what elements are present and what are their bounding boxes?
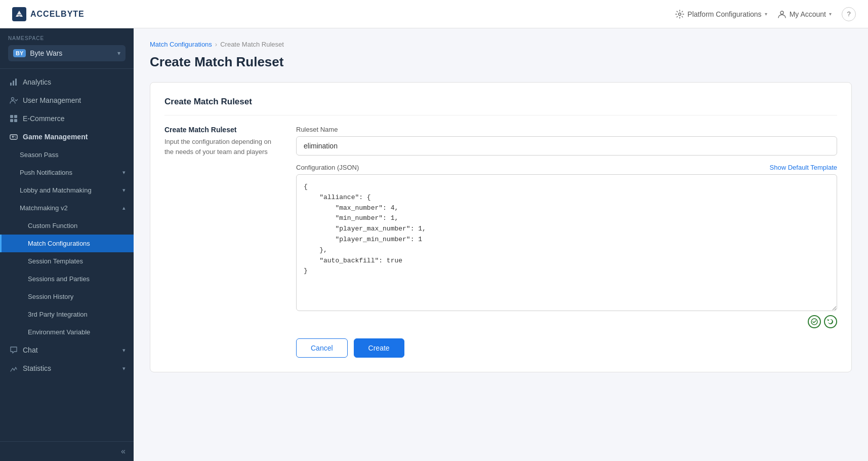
user-management-icon bbox=[10, 96, 18, 104]
namespace-section: NAMESPACE BY Byte Wars ▾ bbox=[0, 28, 134, 69]
sidebar-collapse-button[interactable]: « bbox=[0, 441, 134, 461]
sidebar-item-user-management[interactable]: User Management bbox=[0, 91, 134, 109]
chat-chevron: ▾ bbox=[122, 347, 126, 354]
sidebar-item-push-notifications[interactable]: Push Notifications ▾ bbox=[0, 164, 134, 181]
svg-rect-7 bbox=[14, 115, 17, 118]
sidebar-item-season-pass[interactable]: Season Pass bbox=[0, 146, 134, 164]
logo-area: ACCELBYTE bbox=[12, 7, 85, 21]
sidebar-item-game-management[interactable]: Game Management bbox=[0, 128, 134, 146]
logo-icon bbox=[12, 7, 26, 21]
sidebar-item-ecommerce[interactable]: E-Commerce bbox=[0, 109, 134, 128]
svg-point-0 bbox=[679, 13, 681, 15]
checkmark-icon bbox=[811, 318, 818, 325]
config-json-group: Configuration (JSON) Show Default Templa… bbox=[296, 164, 837, 328]
my-account-button[interactable]: My Account ▾ bbox=[777, 10, 832, 19]
statistics-icon bbox=[10, 364, 18, 372]
reset-icon bbox=[827, 318, 834, 325]
json-validate-button[interactable] bbox=[808, 315, 821, 328]
svg-point-1 bbox=[780, 11, 783, 14]
sidebar-item-sessions-parties[interactable]: Sessions and Parties bbox=[0, 270, 134, 288]
json-editor[interactable]: { "alliance": { "max_number": 4, "min_nu… bbox=[296, 174, 837, 311]
sidebar-item-chat[interactable]: Chat ▾ bbox=[0, 341, 134, 359]
user-icon bbox=[777, 10, 787, 19]
sidebar-label-custom-function: Custom Function bbox=[28, 222, 77, 229]
breadcrumb: Match Configurations › Create Match Rule… bbox=[150, 41, 852, 48]
collapse-icon: « bbox=[121, 447, 126, 456]
sidebar-label-env-variable: Environment Variable bbox=[28, 328, 90, 336]
description-title: Create Match Ruleset bbox=[164, 126, 276, 134]
sidebar-item-matchmaking-v2[interactable]: Matchmaking v2 ▴ bbox=[0, 199, 134, 217]
my-account-chevron: ▾ bbox=[829, 11, 832, 17]
sidebar-item-env-variable[interactable]: Environment Variable bbox=[0, 323, 134, 341]
ecommerce-icon bbox=[10, 114, 18, 123]
page-title: Create Match Ruleset bbox=[150, 54, 852, 70]
json-actions bbox=[296, 315, 837, 328]
sidebar-label-lobby-matchmaking: Lobby and Matchmaking bbox=[20, 186, 92, 194]
btn-row: Cancel Create bbox=[296, 338, 837, 358]
sidebar-item-match-configurations[interactable]: Match Configurations bbox=[0, 235, 134, 252]
sidebar-label-sessions-parties: Sessions and Parties bbox=[28, 275, 90, 283]
matchmaking-v2-chevron: ▴ bbox=[122, 205, 126, 211]
sidebar-label-matchmaking-v2: Matchmaking v2 bbox=[20, 204, 68, 212]
ruleset-name-label: Ruleset Name bbox=[296, 126, 837, 133]
namespace-badge: BY bbox=[13, 49, 26, 57]
platform-config-label: Platform Configurations bbox=[687, 10, 761, 18]
namespace-name: Byte Wars bbox=[30, 49, 113, 57]
sidebar-label-season-pass: Season Pass bbox=[20, 151, 59, 159]
logo-text: ACCELBYTE bbox=[30, 10, 85, 19]
sidebar-item-custom-function[interactable]: Custom Function bbox=[0, 217, 134, 235]
sidebar-label-ecommerce: E-Commerce bbox=[23, 114, 64, 123]
game-management-icon bbox=[10, 133, 18, 141]
sidebar-item-session-history[interactable]: Session History bbox=[0, 288, 134, 305]
nav-section: Analytics User Management E-C bbox=[0, 69, 134, 441]
content-area: Match Configurations › Create Match Rule… bbox=[134, 28, 868, 461]
svg-rect-3 bbox=[13, 81, 14, 86]
show-template-link[interactable]: Show Default Template bbox=[770, 164, 837, 171]
svg-rect-6 bbox=[10, 115, 13, 118]
form-fields: Ruleset Name Configuration (JSON) Show D… bbox=[296, 126, 837, 358]
sidebar-label-3rd-party: 3rd Party Integration bbox=[28, 311, 88, 318]
form-description: Create Match Ruleset Input the configura… bbox=[164, 126, 276, 358]
cancel-button[interactable]: Cancel bbox=[296, 338, 348, 358]
svg-rect-4 bbox=[15, 79, 17, 86]
help-button[interactable]: ? bbox=[842, 7, 856, 21]
analytics-icon bbox=[10, 78, 18, 86]
push-notifications-chevron: ▾ bbox=[122, 169, 126, 176]
platform-config-button[interactable]: Platform Configurations ▾ bbox=[675, 10, 767, 19]
svg-rect-2 bbox=[10, 83, 12, 86]
svg-point-11 bbox=[15, 136, 15, 137]
sidebar-item-3rd-party[interactable]: 3rd Party Integration bbox=[0, 305, 134, 323]
main-layout: NAMESPACE BY Byte Wars ▾ Analytics bbox=[0, 28, 868, 461]
sidebar-label-chat: Chat bbox=[23, 346, 38, 354]
description-text: Input the configuration depending on the… bbox=[164, 137, 276, 157]
ruleset-name-group: Ruleset Name bbox=[296, 126, 837, 156]
json-header: Configuration (JSON) Show Default Templa… bbox=[296, 164, 837, 171]
chat-icon bbox=[10, 346, 18, 354]
header-right: Platform Configurations ▾ My Account ▾ ? bbox=[675, 7, 856, 21]
breadcrumb-parent-link[interactable]: Match Configurations bbox=[150, 41, 212, 48]
sidebar-label-push-notifications: Push Notifications bbox=[20, 169, 72, 176]
sidebar-item-statistics[interactable]: Statistics ▾ bbox=[0, 359, 134, 377]
sidebar-item-analytics[interactable]: Analytics bbox=[0, 73, 134, 91]
create-button[interactable]: Create bbox=[354, 338, 404, 358]
sidebar-label-statistics: Statistics bbox=[23, 364, 51, 372]
namespace-label: NAMESPACE bbox=[8, 35, 126, 41]
create-match-ruleset-card: Create Match Ruleset Create Match Rulese… bbox=[150, 82, 852, 372]
ruleset-name-input[interactable] bbox=[296, 136, 837, 156]
breadcrumb-current: Create Match Ruleset bbox=[220, 41, 284, 48]
sidebar-label-session-history: Session History bbox=[28, 293, 73, 300]
svg-rect-8 bbox=[10, 119, 13, 122]
json-reset-button[interactable] bbox=[824, 315, 837, 328]
svg-rect-9 bbox=[14, 119, 17, 122]
namespace-selector[interactable]: BY Byte Wars ▾ bbox=[8, 45, 126, 61]
platform-config-chevron: ▾ bbox=[765, 11, 767, 17]
namespace-chevron: ▾ bbox=[117, 50, 120, 57]
gear-icon bbox=[675, 10, 684, 19]
sidebar-label-user-management: User Management bbox=[23, 96, 81, 104]
card-title: Create Match Ruleset bbox=[164, 97, 837, 116]
lobby-matchmaking-chevron: ▾ bbox=[122, 187, 126, 194]
sidebar-item-session-templates[interactable]: Session Templates bbox=[0, 252, 134, 270]
sidebar-label-game-management: Game Management bbox=[23, 133, 88, 141]
sidebar-label-analytics: Analytics bbox=[23, 78, 51, 86]
sidebar-item-lobby-matchmaking[interactable]: Lobby and Matchmaking ▾ bbox=[0, 181, 134, 199]
